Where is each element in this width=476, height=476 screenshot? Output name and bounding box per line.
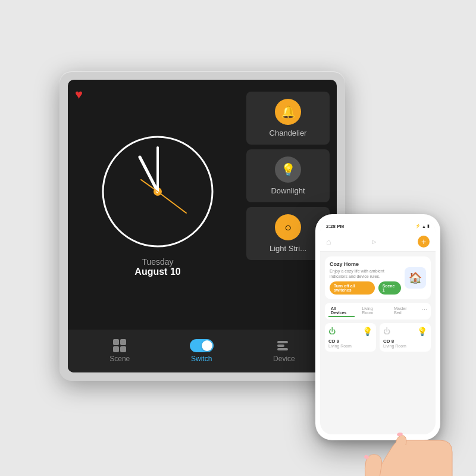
phone-status-bar: 2:28 PM ⚡ ▲ ▮ xyxy=(320,220,436,232)
svg-line-2 xyxy=(140,157,158,192)
device-grid: ⏻ 💡 CD 9 Living Room ⏻ 💡 CD 8 Living Roo… xyxy=(325,323,431,352)
nav-switch-label: Switch xyxy=(191,355,212,363)
date-info: Tuesday August 10 xyxy=(134,257,180,277)
tab-master-bed[interactable]: Master Bed xyxy=(392,305,417,317)
nav-device[interactable]: Device xyxy=(273,339,295,363)
clock-section: ♥ xyxy=(75,87,240,322)
device-room-cd8: Living Room xyxy=(383,344,427,348)
bluetooth-icon: ⚡ xyxy=(415,224,421,228)
tab-living-room[interactable]: Living Room xyxy=(359,305,387,317)
add-button[interactable]: + xyxy=(418,236,430,248)
home-icon: ⌂ xyxy=(326,237,331,246)
device-name-cd9: CD 9 xyxy=(328,339,372,344)
location-arrow: ▷ xyxy=(372,239,376,245)
downlight-button[interactable]: 💡 Downlight xyxy=(246,149,330,202)
tab-all-devices[interactable]: All Devices xyxy=(328,305,355,317)
device-card-cd9[interactable]: ⏻ 💡 CD 9 Living Room xyxy=(325,323,376,352)
scene1-button[interactable]: Scene 1 xyxy=(378,281,401,295)
scene-icon xyxy=(113,339,126,352)
clock-face xyxy=(98,132,217,251)
tabs-more[interactable]: … xyxy=(422,305,427,317)
downlight-icon: 💡 xyxy=(275,156,301,183)
nav-scene-label: Scene xyxy=(109,355,130,363)
cozy-desc: Enjoy a cozy life with ambient indicator… xyxy=(330,268,401,279)
heart-icon: ♥ xyxy=(75,87,83,102)
device-name-cd8: CD 8 xyxy=(383,339,427,344)
downlight-label: Downlight xyxy=(271,186,305,195)
phone-container: 2:28 PM ⚡ ▲ ▮ ⌂ ▷ + Cozy Home xyxy=(315,214,446,440)
wifi-icon: ▲ xyxy=(422,224,426,228)
cozy-icon: 🏠 xyxy=(405,267,426,289)
hand-svg xyxy=(333,369,464,476)
device-card-top-cd9: ⏻ 💡 xyxy=(328,327,372,336)
chandelier-button[interactable]: 🔔 Chandelier xyxy=(246,92,330,145)
bulb-icon-cd9: 💡 xyxy=(362,327,372,336)
battery-icon: ▮ xyxy=(427,224,430,228)
cozy-home-card: Cozy Home Enjoy a cozy life with ambient… xyxy=(325,256,431,299)
chandelier-icon: 🔔 xyxy=(275,99,301,125)
action-buttons: Turn off all switches Scene 1 xyxy=(330,281,401,295)
date-full: August 10 xyxy=(134,267,180,277)
status-time: 2:28 PM xyxy=(326,224,344,229)
nav-device-label: Device xyxy=(273,355,295,363)
device-card-top-cd8: ⏻ 💡 xyxy=(383,327,427,336)
svg-line-4 xyxy=(158,192,186,213)
devices-tabs: All Devices Living Room Master Bed … xyxy=(325,303,431,320)
nav-switch[interactable]: Switch xyxy=(190,339,214,363)
panel-nav: Scene Switch Device xyxy=(68,330,337,372)
date-day: Tuesday xyxy=(134,257,180,267)
panel-main: ♥ xyxy=(68,80,337,330)
device-room-cd9: Living Room xyxy=(328,344,372,348)
bulb-icon-cd8: 💡 xyxy=(417,327,427,336)
cozy-text: Cozy Home Enjoy a cozy life with ambient… xyxy=(330,261,401,295)
phone-top-bar: ⌂ ▷ + xyxy=(320,232,436,252)
nav-scene[interactable]: Scene xyxy=(109,339,130,363)
switch-toggle[interactable] xyxy=(190,339,214,352)
power-icon-cd8: ⏻ xyxy=(383,327,390,336)
device-card-cd8[interactable]: ⏻ 💡 CD 8 Living Room xyxy=(380,323,431,352)
light-strip-label: Light Stri... xyxy=(270,244,306,253)
turn-off-all-button[interactable]: Turn off all switches xyxy=(330,281,375,295)
smart-panel: ♥ xyxy=(60,71,345,381)
device-icon xyxy=(277,339,290,352)
power-icon-cd9: ⏻ xyxy=(328,327,336,336)
hand-wrapper xyxy=(333,369,464,476)
chandelier-label: Chandelier xyxy=(270,129,307,137)
cozy-title: Cozy Home xyxy=(330,261,401,267)
light-strip-icon: ○ xyxy=(275,214,301,240)
panel-screen: ♥ xyxy=(68,80,337,372)
status-icons: ⚡ ▲ ▮ xyxy=(415,224,430,228)
toggle-knob xyxy=(202,340,212,351)
